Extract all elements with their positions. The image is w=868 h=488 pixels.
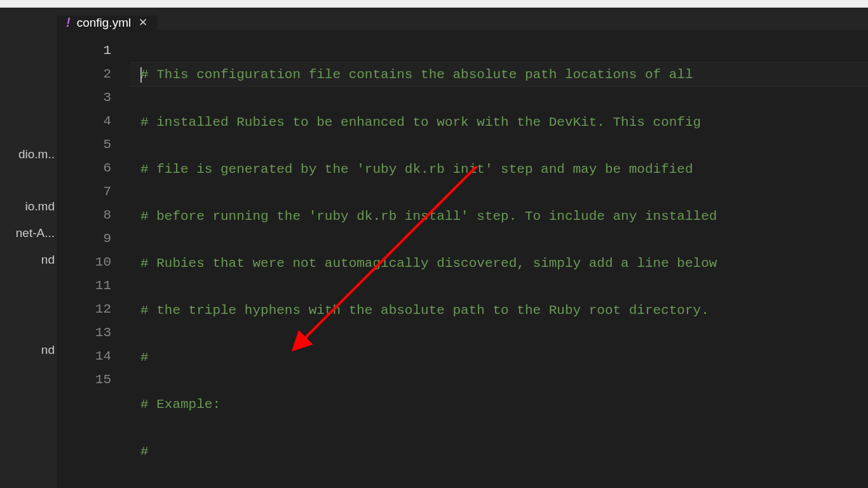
line-number: 14 — [57, 344, 111, 368]
editor-main: ! config.yml ✕ 1 2 3 4 5 6 7 8 9 10 11 1… — [57, 8, 868, 488]
line-number: 6 — [57, 156, 111, 180]
line-number: 10 — [57, 250, 111, 274]
yaml-file-icon: ! — [66, 15, 71, 30]
file-explorer-sidebar[interactable]: dio.m.. io.md net-A... nd nd — [0, 8, 57, 488]
code-line[interactable]: # Rubies that were not automagically dis… — [130, 252, 868, 275]
line-number: 13 — [57, 321, 111, 344]
window-chrome-gap — [0, 0, 868, 8]
code-editor[interactable]: 1 2 3 4 5 6 7 8 9 10 11 12 13 14 15 # Th… — [57, 30, 868, 488]
line-number: 7 — [57, 180, 111, 203]
line-number: 5 — [57, 133, 111, 156]
code-line[interactable]: # — [130, 440, 868, 463]
code-content[interactable]: # This configuration file contains the a… — [130, 39, 868, 488]
line-number: 3 — [57, 86, 111, 109]
code-line[interactable]: # the triple hyphens with the absolute p… — [130, 299, 868, 322]
sidebar-file-item[interactable]: io.md — [0, 193, 57, 220]
tab-filename: config.yml — [77, 16, 132, 30]
code-line[interactable]: # Example: — [130, 393, 868, 416]
close-tab-icon[interactable]: ✕ — [137, 16, 149, 29]
line-number: 9 — [57, 227, 111, 250]
editor-container: dio.m.. io.md net-A... nd nd ! config.ym… — [0, 8, 868, 488]
code-line[interactable]: # file is generated by the 'ruby dk.rb i… — [130, 158, 868, 181]
tab-config-yml[interactable]: ! config.yml ✕ — [57, 15, 158, 30]
code-line[interactable]: # before running the 'ruby dk.rb install… — [130, 205, 868, 228]
sidebar-file-item[interactable]: nd — [0, 337, 57, 363]
line-number: 11 — [57, 274, 111, 297]
sidebar-file-item[interactable]: net-A... — [0, 220, 57, 247]
sidebar-file-item[interactable]: dio.m.. — [0, 141, 57, 168]
line-number: 12 — [57, 297, 111, 321]
code-line[interactable]: # This configuration file contains the a… — [130, 62, 868, 87]
line-number: 4 — [57, 109, 111, 133]
code-line[interactable]: # — [130, 346, 868, 369]
line-number-gutter: 1 2 3 4 5 6 7 8 9 10 11 12 13 14 15 — [57, 39, 130, 488]
line-number: 15 — [57, 368, 111, 391]
line-number: 1 — [57, 39, 111, 62]
tab-bar[interactable]: ! config.yml ✕ — [57, 8, 868, 30]
line-number: 8 — [57, 203, 111, 227]
line-number: 2 — [57, 62, 111, 86]
code-line[interactable]: # installed Rubies to be enhanced to wor… — [130, 111, 868, 134]
sidebar-file-item[interactable]: nd — [0, 247, 57, 273]
